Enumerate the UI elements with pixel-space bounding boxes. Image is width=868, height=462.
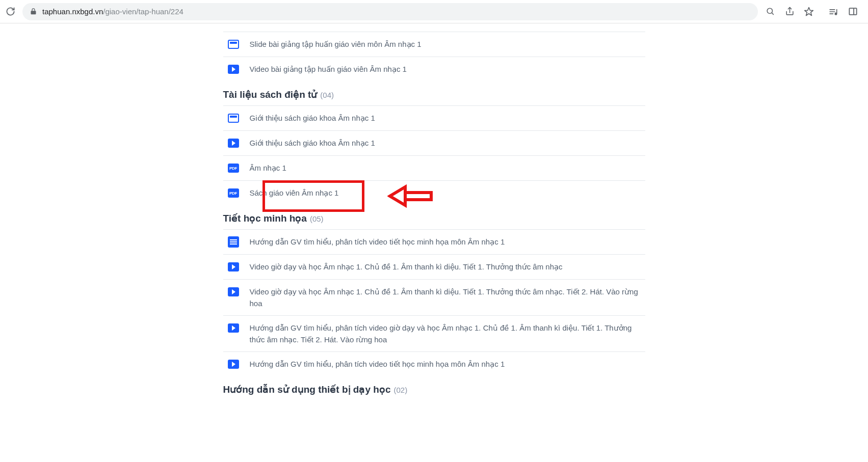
video-icon <box>227 261 240 273</box>
section-header: Tài liệu sách điện tử(04) <box>223 81 645 105</box>
zoom-icon[interactable] <box>765 7 775 17</box>
browser-toolbar: taphuan.nxbgd.vn/giao-vien/tap-huan/224 <box>0 0 868 23</box>
section-header: Tiết học minh họa(05) <box>223 205 645 229</box>
resource-item[interactable]: Giới thiệu sách giáo khoa Âm nhạc 1 <box>223 130 645 155</box>
section-title-text: Tài liệu sách điện tử <box>223 89 318 100</box>
resource-label: Video bài giảng tập huấn giáo viên Âm nh… <box>250 63 407 75</box>
resource-item[interactable]: Video bài giảng tập huấn giáo viên Âm nh… <box>223 57 645 81</box>
lock-icon <box>30 8 37 15</box>
resource-label: Hướng dẫn GV tìm hiểu, phân tích video g… <box>250 322 644 345</box>
resource-item[interactable]: Slide bài giảng tập huấn giáo viên môn Â… <box>223 32 645 57</box>
video-icon <box>227 137 240 149</box>
reload-icon[interactable] <box>5 7 15 17</box>
section-header: Hướng dẫn sử dụng thiết bị dạy học(02) <box>223 376 645 400</box>
section-title-text: Tiết học minh họa <box>223 212 307 224</box>
resource-item[interactable]: Hướng dẫn GV tìm hiểu, phân tích video g… <box>223 315 645 351</box>
resource-label: Hướng dẫn GV tìm hiểu, phân tích video t… <box>250 236 505 248</box>
address-bar[interactable]: taphuan.nxbgd.vn/giao-vien/tap-huan/224 <box>22 3 758 20</box>
share-icon[interactable] <box>784 7 795 17</box>
slide-icon <box>227 38 240 50</box>
url-text: taphuan.nxbgd.vn/giao-vien/tap-huan/224 <box>42 7 183 16</box>
resource-label: Video giờ dạy và học Âm nhạc 1. Chủ đề 1… <box>250 286 644 309</box>
resource-label: Âm nhạc 1 <box>250 162 286 174</box>
svg-line-1 <box>772 13 774 15</box>
resource-item[interactable]: Hướng dẫn GV tìm hiểu, phân tích video t… <box>223 351 645 376</box>
resource-item[interactable]: PDFÂm nhạc 1 <box>223 155 645 180</box>
url-host: taphuan.nxbgd.vn <box>42 7 103 16</box>
toolbar-right <box>765 7 858 17</box>
video-icon <box>227 63 240 75</box>
bookmark-star-icon[interactable] <box>804 7 814 17</box>
svg-marker-3 <box>805 7 813 15</box>
section-count: (02) <box>393 386 407 394</box>
doc-icon <box>227 236 240 248</box>
page-content: Slide bài giảng tập huấn giáo viên môn Â… <box>0 23 868 462</box>
resource-label: Giới thiệu sách giáo khoa Âm nhạc 1 <box>250 137 375 149</box>
resource-label: Giới thiệu sách giáo khoa Âm nhạc 1 <box>250 112 375 124</box>
section-count: (05) <box>310 214 324 223</box>
video-icon <box>227 286 240 298</box>
url-path: /giao-vien/tap-huan/224 <box>103 7 183 16</box>
pdf-icon: PDF <box>227 162 240 174</box>
resource-item[interactable]: Hướng dẫn GV tìm hiểu, phân tích video t… <box>223 229 645 254</box>
resource-item[interactable]: PDFSách giáo viên Âm nhạc 1 <box>223 180 645 205</box>
resource-item[interactable]: Video giờ dạy và học Âm nhạc 1. Chủ đề 1… <box>223 254 645 279</box>
music-queue-icon[interactable] <box>828 7 838 17</box>
sidepanel-icon[interactable] <box>848 7 858 17</box>
video-icon <box>227 358 240 370</box>
section-count: (04) <box>320 91 334 99</box>
resource-item[interactable]: Giới thiệu sách giáo khoa Âm nhạc 1 <box>223 105 645 130</box>
section-title-text: Hướng dẫn sử dụng thiết bị dạy học <box>223 384 391 395</box>
svg-rect-4 <box>849 8 856 15</box>
resource-label: Hướng dẫn GV tìm hiểu, phân tích video t… <box>250 358 505 370</box>
video-icon <box>227 322 240 334</box>
svg-point-0 <box>767 8 772 13</box>
slide-icon <box>227 112 240 124</box>
resource-label: Sách giáo viên Âm nhạc 1 <box>250 187 339 199</box>
pdf-icon: PDF <box>227 187 240 199</box>
resource-item[interactable]: Video giờ dạy và học Âm nhạc 1. Chủ đề 1… <box>223 279 645 315</box>
resource-label: Video giờ dạy và học Âm nhạc 1. Chủ đề 1… <box>250 261 563 273</box>
resource-label: Slide bài giảng tập huấn giáo viên môn Â… <box>250 38 422 50</box>
